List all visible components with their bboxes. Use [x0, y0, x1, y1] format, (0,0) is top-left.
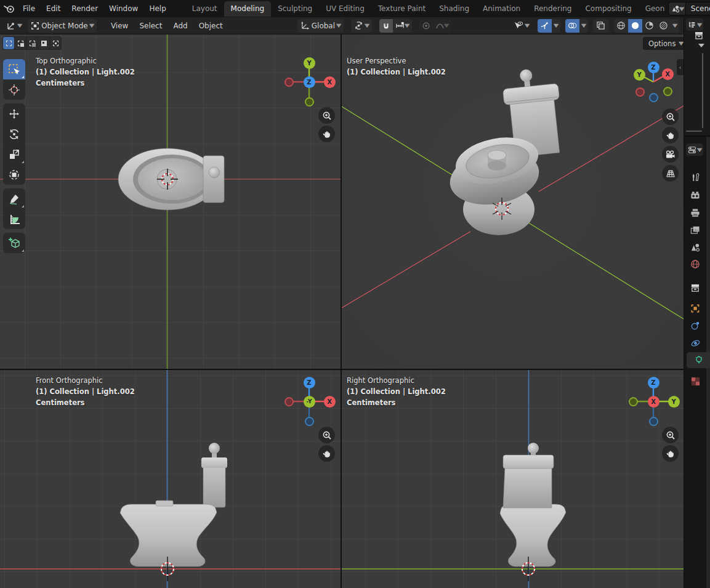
pan-button[interactable] [318, 126, 335, 142]
mode-selector[interactable]: Object Mode ▼ [28, 19, 97, 33]
collection-icon[interactable] [694, 31, 704, 40]
shading-rendered-button[interactable] [656, 19, 671, 33]
tool-cursor[interactable] [3, 79, 25, 100]
tool-measure[interactable] [3, 209, 25, 229]
navigation-gizmo[interactable]: Y Z X [281, 54, 337, 110]
properties-tab-output[interactable] [684, 204, 706, 220]
viewport-front-orthographic[interactable]: Front Orthographic (1) Collection | Ligh… [0, 370, 341, 588]
scene-name-field[interactable]: Scene [686, 2, 710, 15]
select-mode-extend[interactable] [15, 37, 26, 49]
navigation-gizmo[interactable]: Z X Y [626, 374, 681, 429]
properties-tab-constraints[interactable] [684, 335, 706, 351]
shading-wireframe-button[interactable] [614, 19, 628, 33]
snap-toggle-button[interactable] [379, 19, 393, 33]
gizmo-axis-y-positive[interactable]: Y [304, 57, 315, 69]
shading-dropdown[interactable]: ▼ [671, 19, 679, 33]
gizmo-dropdown[interactable]: ▼ [552, 19, 560, 33]
properties-tab-object[interactable] [684, 300, 706, 316]
pan-button[interactable] [318, 445, 335, 462]
scene-browse-button[interactable]: ▼ [668, 2, 686, 15]
gizmo-axis-z-negative[interactable] [305, 417, 314, 426]
workspace-tab-layout[interactable]: Layout [185, 1, 224, 17]
zoom-button[interactable] [662, 427, 679, 443]
show-overlays-toggle[interactable] [565, 19, 579, 33]
toggle-xray-button[interactable] [593, 19, 609, 33]
tool-transform[interactable] [3, 164, 25, 185]
menu-window[interactable]: Window [103, 2, 143, 15]
gizmo-axis-z-positive[interactable]: Z [304, 377, 315, 389]
tool-scale[interactable] [3, 144, 25, 164]
toilet-model-front-view[interactable] [120, 443, 227, 566]
snap-target-dropdown[interactable]: ▼ [393, 19, 411, 33]
gizmo-axis-y-negative-front[interactable]: -Y [304, 396, 315, 408]
tool-box-select[interactable] [3, 59, 25, 79]
gizmo-axis-z-negative[interactable] [649, 417, 658, 426]
outliner-scrollbar-vertical[interactable] [702, 53, 703, 128]
gizmo-axis-x-negative[interactable] [635, 87, 645, 97]
options-dropdown[interactable]: Options ▼ [643, 37, 684, 50]
select-mode-subtract[interactable] [26, 37, 38, 49]
workspace-tab-uv-editing[interactable]: UV Editing [319, 1, 371, 17]
zoom-button[interactable] [662, 108, 679, 125]
properties-tab-tool[interactable] [684, 169, 706, 185]
menu-add[interactable]: Add [167, 20, 193, 32]
proportional-editing-toggle[interactable] [419, 19, 433, 33]
toilet-model-right-view[interactable] [500, 443, 566, 566]
disclosure-triangle-icon[interactable] [698, 44, 704, 47]
proportional-falloff-dropdown[interactable]: ▼ [433, 19, 451, 33]
gizmo-axis-x-positive[interactable]: X [662, 68, 674, 80]
gizmo-axis-z[interactable]: Z [304, 76, 315, 88]
zoom-button[interactable] [318, 107, 335, 124]
gizmo-axis-z-positive[interactable]: Z [648, 62, 660, 73]
properties-tab-texture[interactable] [684, 373, 706, 389]
blender-logo-icon[interactable] [4, 3, 15, 14]
workspace-tab-compositing[interactable]: Compositing [578, 1, 638, 17]
gizmo-axis-y-negative[interactable] [305, 97, 314, 107]
show-gizmo-toggle[interactable] [538, 19, 552, 33]
pan-button[interactable] [662, 445, 679, 462]
gizmo-axis-x-positive[interactable]: X [324, 76, 336, 88]
outliner-scrollbar-horizontal[interactable] [686, 131, 702, 132]
select-mode-intersect[interactable] [50, 37, 61, 49]
editor-type-selector[interactable]: ▼ [3, 19, 25, 33]
workspace-tab-sculpting[interactable]: Sculpting [271, 1, 319, 17]
gizmo-axis-y-positive[interactable]: Y [634, 69, 645, 81]
gizmo-axis-x-positive[interactable]: X [324, 396, 336, 408]
properties-tab-collection[interactable] [684, 280, 706, 296]
workspace-tab-texture-paint[interactable]: Texture Paint [371, 1, 432, 17]
navigation-gizmo[interactable]: Z -Y X [281, 374, 337, 429]
pan-button[interactable] [662, 127, 679, 143]
properties-tab-world[interactable] [684, 256, 706, 272]
workspace-tab-modeling[interactable]: Modeling [224, 1, 272, 17]
properties-editor-selector[interactable]: ▼ [686, 143, 703, 156]
menu-render[interactable]: Render [66, 2, 103, 15]
viewport-right-orthographic[interactable]: Right Orthographic (1) Collection | Ligh… [342, 370, 684, 588]
shading-material-button[interactable] [642, 19, 656, 33]
menu-object[interactable]: Object [193, 20, 228, 32]
workspace-tab-rendering[interactable]: Rendering [527, 1, 578, 17]
workspace-tab-geometry-nodes[interactable]: Geon [639, 1, 666, 17]
properties-tab-view-layer[interactable] [684, 222, 706, 238]
transform-orientation-dropdown[interactable]: Global ▼ [297, 19, 344, 33]
object-type-visibility-dropdown[interactable]: ▼ [510, 19, 532, 33]
gizmo-axis-y-positive[interactable]: Y [668, 396, 680, 408]
properties-tab-scene[interactable] [684, 239, 706, 255]
outliner-editor-selector[interactable]: ▼ [686, 18, 703, 31]
gizmo-axis-y-negative[interactable] [663, 87, 672, 96]
shading-solid-button[interactable] [628, 19, 642, 33]
tool-add-cube[interactable] [3, 233, 25, 253]
properties-tab-physics[interactable] [684, 318, 706, 334]
workspace-tab-animation[interactable]: Animation [476, 1, 527, 17]
viewport-user-perspective[interactable]: User Perspective (1) Collection | Light.… [342, 34, 684, 369]
tool-rotate[interactable] [3, 124, 25, 144]
gizmo-axis-x-positive[interactable]: X [648, 396, 660, 408]
navigation-gizmo[interactable]: Z Y X [625, 53, 682, 110]
toilet-model-perspective[interactable] [446, 66, 565, 235]
zoom-button[interactable] [318, 427, 335, 443]
gizmo-axis-x-negative[interactable] [284, 397, 294, 406]
tool-move[interactable] [3, 103, 25, 124]
menu-file[interactable]: File [17, 2, 41, 15]
camera-view-button[interactable] [662, 146, 679, 163]
gizmo-axis-z-negative[interactable] [649, 93, 658, 102]
gizmo-axis-y-negative[interactable] [629, 397, 638, 406]
